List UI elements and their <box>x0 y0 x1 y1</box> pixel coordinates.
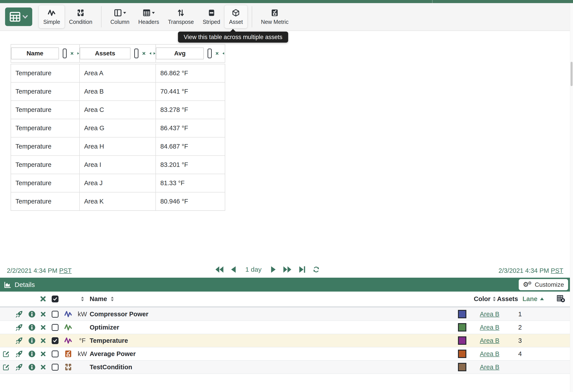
table-row: Temperature Area J 81.33 °F <box>11 174 225 192</box>
add-column-icon[interactable] <box>557 295 565 303</box>
table-row: Temperature Area K 80.946 °F <box>11 192 225 210</box>
cell-assets: Area A <box>80 64 156 82</box>
row-checkbox[interactable] <box>52 324 58 331</box>
step-forward-full-button[interactable] <box>283 266 292 273</box>
remove-item-icon[interactable] <box>40 338 46 343</box>
remove-column-icon[interactable] <box>142 50 145 56</box>
table-toolbar: Simple Condition Column Headers Transpos… <box>0 3 573 31</box>
sort-icon[interactable] <box>81 296 84 302</box>
rocket-icon[interactable] <box>16 310 23 318</box>
info-icon[interactable] <box>29 324 35 331</box>
remove-item-icon[interactable] <box>40 325 46 330</box>
signal-icon <box>64 323 72 331</box>
auto-update-button[interactable] <box>312 266 320 273</box>
remove-item-icon[interactable] <box>40 311 46 317</box>
info-icon[interactable] <box>29 311 35 318</box>
row-checkbox[interactable] <box>52 337 58 344</box>
asset-link[interactable]: Area B <box>480 324 500 331</box>
details-title-text: Details <box>15 281 35 289</box>
details-table-header: Name Color Assets Lane <box>0 291 570 308</box>
asset-link[interactable]: Area B <box>480 363 500 371</box>
cell-avg: 83.278 °F <box>156 101 224 119</box>
timezone-link[interactable]: PST <box>59 267 72 274</box>
customize-button[interactable]: ⚙⚙ Customize <box>519 279 568 290</box>
rocket-icon[interactable] <box>16 337 23 344</box>
column-name-input[interactable] <box>156 48 204 59</box>
scrollbar-track[interactable] <box>570 3 573 392</box>
move-column-right-icon[interactable] <box>77 51 79 56</box>
move-column-left-icon[interactable] <box>222 51 224 56</box>
info-icon[interactable] <box>29 364 35 371</box>
details-row-optimizer: Optimizer Area B 2 <box>0 321 570 334</box>
color-swatch[interactable] <box>458 350 466 358</box>
timezone-link[interactable]: PST <box>551 267 563 274</box>
toolbar-button-condition[interactable]: Condition <box>65 5 97 28</box>
move-column-left-icon[interactable] <box>149 51 151 56</box>
toolbar-button-label: Transpose <box>168 19 194 25</box>
color-swatch[interactable] <box>458 323 466 332</box>
column-name-input[interactable] <box>11 48 59 59</box>
column-checkbox[interactable] <box>63 49 67 58</box>
toolbar-button-transpose[interactable]: Transpose <box>164 5 198 28</box>
item-name: Temperature <box>90 337 451 344</box>
rocket-icon[interactable] <box>16 324 23 331</box>
rocket-icon[interactable] <box>16 363 23 371</box>
step-to-now-button[interactable] <box>299 266 305 273</box>
toolbar-button-new-metric[interactable]: New Metric <box>257 5 293 28</box>
cell-name: Temperature <box>11 192 80 210</box>
table-view-menu-button[interactable] <box>5 7 32 26</box>
asset-link[interactable]: Area B <box>480 310 500 318</box>
cell-name: Temperature <box>11 119 80 137</box>
color-swatch[interactable] <box>458 363 466 371</box>
step-back-half-button[interactable] <box>231 266 236 273</box>
toolbar-separator <box>252 6 252 27</box>
cell-avg: 70.441 °F <box>156 83 224 101</box>
toolbar-button-headers[interactable]: Headers <box>134 5 164 28</box>
column-checkbox[interactable] <box>134 49 139 58</box>
remove-all-icon[interactable] <box>40 296 46 302</box>
remove-item-icon[interactable] <box>40 364 46 370</box>
sort-ascending-icon <box>540 298 544 300</box>
toolbar-button-simple[interactable]: Simple <box>39 5 65 28</box>
sort-icon[interactable] <box>493 296 496 302</box>
new-metric-icon <box>271 9 279 17</box>
row-checkbox[interactable] <box>52 364 58 371</box>
asset-link[interactable]: Area B <box>480 337 500 344</box>
step-back-full-button[interactable] <box>215 266 224 273</box>
signal-icon <box>48 9 56 17</box>
column-checkbox[interactable] <box>208 49 212 58</box>
row-checkbox[interactable] <box>52 311 58 318</box>
sort-icon[interactable] <box>111 296 114 302</box>
color-swatch[interactable] <box>458 310 466 318</box>
remove-column-icon[interactable] <box>215 50 219 56</box>
remove-column-icon[interactable] <box>71 50 73 56</box>
step-forward-half-button[interactable] <box>271 266 276 273</box>
toolbar-button-striped[interactable]: Striped <box>198 5 225 28</box>
duration-label[interactable]: 1 day <box>245 266 261 273</box>
cell-name: Temperature <box>11 137 80 155</box>
details-row-compressor-power: kW Compressor Power Area B 1 <box>0 308 570 321</box>
rocket-icon[interactable] <box>16 350 23 358</box>
left-arrow-icon <box>231 266 236 273</box>
column-name-input[interactable] <box>80 48 130 59</box>
toolbar-button-asset[interactable]: Asset <box>225 5 247 28</box>
edit-icon[interactable] <box>3 350 10 357</box>
edit-icon[interactable] <box>3 363 10 371</box>
lane-value: 1 <box>517 310 548 318</box>
move-column-right-icon[interactable] <box>153 51 155 56</box>
remove-item-icon[interactable] <box>40 351 46 357</box>
cell-assets: Area H <box>80 137 156 155</box>
info-icon[interactable] <box>29 351 35 357</box>
asset-table-header <box>11 44 225 63</box>
select-all-checkbox[interactable] <box>52 296 58 302</box>
toolbar-button-column[interactable]: Column <box>106 5 134 28</box>
pane-divider <box>432 0 432 3</box>
row-checkbox[interactable] <box>52 351 58 357</box>
header-assets: Assets <box>497 295 518 303</box>
caret-down-icon <box>123 12 126 14</box>
asset-link[interactable]: Area B <box>480 350 500 358</box>
header-lane-sort[interactable]: Lane <box>522 295 544 303</box>
scrollbar-thumb[interactable] <box>571 62 573 86</box>
color-swatch[interactable] <box>458 336 466 345</box>
info-icon[interactable] <box>29 337 35 344</box>
